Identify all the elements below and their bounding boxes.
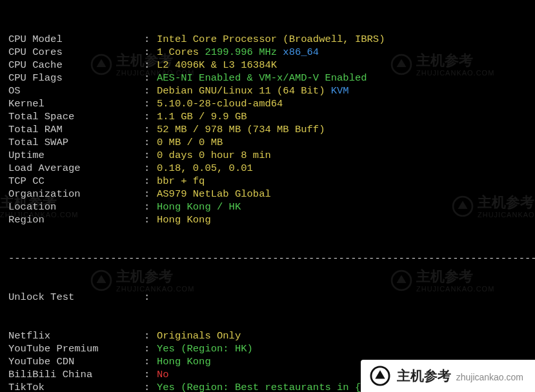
row-value: 0 MB / 0 MB <box>157 137 223 148</box>
row-label: Netflix <box>8 330 144 343</box>
row-label: TikTok <box>8 382 144 392</box>
info-row: TCP CC: bbr + fq <box>8 175 535 188</box>
separator: : <box>144 98 157 111</box>
separator: : <box>144 330 157 343</box>
separator: : <box>144 162 157 175</box>
row-value: Yes (Region: HK) <box>157 343 253 355</box>
row-value-part: 2199.996 MHz <box>205 46 277 58</box>
info-row: Total RAM: 52 MB / 978 MB (734 MB Buff) <box>8 124 535 137</box>
row-label: CPU Model <box>8 34 144 46</box>
brand-name-cn: 主机参考 <box>397 367 451 384</box>
row-value: L2 4096K & L3 16384K <box>157 59 277 71</box>
row-value: 52 MB / 978 MB (734 MB Buff) <box>157 124 325 135</box>
separator: : <box>144 188 157 201</box>
row-value: Intel Core Processor (Broadwell, IBRS) <box>157 34 385 45</box>
info-row: Organization: AS979 NetLab Global <box>8 188 535 201</box>
separator: : <box>144 214 157 227</box>
info-row: OS: Debian GNU/Linux 11 (64 Bit) KVM <box>8 85 535 98</box>
info-row: Total Space: 1.1 GB / 9.9 GB <box>8 111 535 124</box>
row-value: bbr + fq <box>157 175 205 187</box>
row-label: TCP CC <box>8 175 144 188</box>
row-label: Total RAM <box>8 124 144 137</box>
row-value: AS979 NetLab Global <box>157 188 271 200</box>
row-value: AES-NI Enabled & VM-x/AMD-V Enabled <box>157 72 367 84</box>
row-value: Originals Only <box>157 330 241 342</box>
info-row: CPU Model: Intel Core Processor (Broadwe… <box>8 34 535 46</box>
row-label: CPU Cores <box>8 46 144 59</box>
row-label: OS <box>8 85 144 98</box>
row-value-part: x86_64 <box>277 46 319 58</box>
terminal-output: CPU Model: Intel Core Processor (Broadwe… <box>0 0 535 392</box>
separator: : <box>144 356 157 369</box>
info-row: Load Average: 0.18, 0.05, 0.01 <box>8 162 535 175</box>
footer-brand-badge: 主机参考 zhujicankao.com <box>361 360 535 392</box>
brand-logo-icon <box>370 366 390 386</box>
separator: : <box>144 72 157 85</box>
row-label: Total SWAP <box>8 137 144 150</box>
separator: : <box>144 46 157 59</box>
row-value: 0.18, 0.05, 0.01 <box>157 162 253 174</box>
separator: : <box>144 175 157 188</box>
row-label: Organization <box>8 188 144 201</box>
row-value: 0 days 0 hour 8 min <box>157 150 271 161</box>
row-label: YouTube CDN <box>8 356 144 369</box>
info-row: CPU Flags: AES-NI Enabled & VM-x/AMD-V E… <box>8 72 535 85</box>
row-label: Region <box>8 214 144 227</box>
row-value: Hong Kong <box>157 214 211 226</box>
separator: : <box>144 34 157 46</box>
info-row: Kernel: 5.10.0-28-cloud-amd64 <box>8 98 535 111</box>
info-row: Netflix: Originals Only <box>8 330 535 343</box>
separator: : <box>144 150 157 162</box>
row-label: Kernel <box>8 98 144 111</box>
info-row: Region: Hong Kong <box>8 214 535 227</box>
brand-domain: zhujicankao.com <box>456 371 523 383</box>
row-label: Load Average <box>8 162 144 175</box>
row-label: Total Space <box>8 111 144 124</box>
separator: : <box>144 343 157 356</box>
row-label: CPU Flags <box>8 72 144 85</box>
info-row: Total SWAP: 0 MB / 0 MB <box>8 137 535 150</box>
separator: : <box>144 291 157 304</box>
row-label: Location <box>8 201 144 214</box>
separator: : <box>144 124 157 137</box>
row-value: Hong Kong <box>157 356 211 368</box>
separator: : <box>144 382 157 392</box>
svg-marker-13 <box>375 370 385 378</box>
separator: : <box>144 137 157 150</box>
info-row: CPU Cores: 1 Cores 2199.996 MHz x86_64 <box>8 46 535 59</box>
separator: : <box>144 59 157 72</box>
row-value: 1.1 GB / 9.9 GB <box>157 111 247 122</box>
section-label: Unlock Test <box>8 291 144 304</box>
row-value-part: Debian GNU/Linux 11 (64 Bit) <box>157 85 325 97</box>
info-row: CPU Cache: L2 4096K & L3 16384K <box>8 59 535 72</box>
row-label: YouTube Premium <box>8 343 144 356</box>
system-info-block: CPU Model: Intel Core Processor (Broadwe… <box>8 34 535 227</box>
separator: : <box>144 369 157 382</box>
row-value: No <box>157 369 169 380</box>
row-label: BiliBili China <box>8 369 144 382</box>
unlock-header-row: Unlock Test: <box>8 291 535 304</box>
info-row: Location: Hong Kong / HK <box>8 201 535 214</box>
row-value-part: KVM <box>325 85 348 97</box>
separator: : <box>144 201 157 214</box>
info-row: Uptime: 0 days 0 hour 8 min <box>8 150 535 162</box>
row-label: CPU Cache <box>8 59 144 72</box>
row-value-part: 1 Cores <box>157 46 205 58</box>
divider: ----------------------------------------… <box>8 253 535 266</box>
row-value: Hong Kong / HK <box>157 201 241 213</box>
row-value: 5.10.0-28-cloud-amd64 <box>157 98 283 110</box>
row-label: Uptime <box>8 150 144 162</box>
separator: : <box>144 85 157 98</box>
separator: : <box>144 111 157 124</box>
info-row: YouTube Premium: Yes (Region: HK) <box>8 343 535 356</box>
